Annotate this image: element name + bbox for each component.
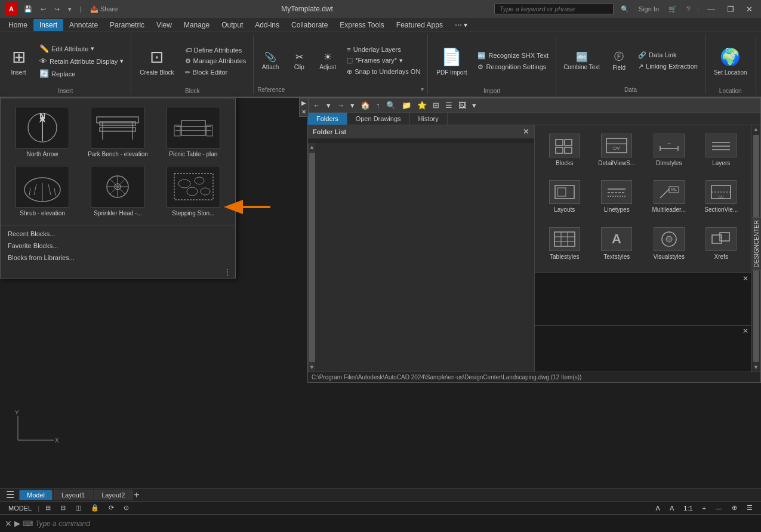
command-input[interactable] [35, 519, 756, 528]
undo-qat-btn[interactable]: ↩ [38, 4, 48, 14]
grid-btn[interactable]: ⊞ [42, 503, 54, 513]
minimize-btn[interactable]: — [704, 4, 719, 15]
dc-more-btn[interactable]: ▾ [470, 100, 479, 111]
menu-output[interactable]: Output [215, 19, 249, 31]
annotation-scale[interactable]: A [652, 503, 664, 513]
dc-left-scrollbar[interactable]: ▲ ▼ [308, 143, 315, 372]
designcenter-side-label[interactable]: DESIGNCENTER [752, 217, 761, 270]
dc-forward-btn[interactable]: → [334, 100, 347, 111]
dc-home-btn[interactable]: 🏠 [358, 100, 372, 111]
block-item-stepping-stones[interactable]: Stepping Ston... [156, 162, 230, 220]
dc-tab-open-drawings[interactable]: Open Drawings [347, 113, 410, 125]
tab-layout1[interactable]: Layout1 [54, 490, 93, 500]
folder-close-btn[interactable]: ✕ [523, 127, 529, 136]
dc-collapse-btn2[interactable]: ✕ [300, 107, 307, 116]
define-attributes-btn[interactable]: 🏷 Define Attributes [181, 45, 250, 55]
dc-icon-visualstyles[interactable]: Visualstyles [644, 224, 694, 268]
dc-tab-folders[interactable]: Folders [308, 113, 347, 125]
qat-dropdown-btn[interactable]: ▾ [66, 4, 74, 14]
otrack-btn[interactable]: ⊙ [120, 503, 133, 513]
scroll-up-btn[interactable]: ▲ [308, 143, 316, 151]
create-block-btn[interactable]: ⊡ Create Block [135, 36, 178, 86]
dc-scroll-down-btn[interactable]: ▼ [752, 363, 760, 372]
zoom-out-btn[interactable]: — [712, 503, 726, 513]
dc-tab-history[interactable]: History [410, 113, 448, 125]
attach-btn[interactable]: 📎 Attach [257, 49, 284, 73]
save-qat-btn[interactable]: 💾 [21, 4, 35, 14]
annotation-visibility[interactable]: A [666, 503, 677, 513]
dc-icon-blocks[interactable]: Blocks [540, 130, 590, 174]
underlay-layers-btn[interactable]: ≡ Underlay Layers [343, 45, 424, 54]
help-btn[interactable]: ? [684, 4, 692, 14]
dc-scroll-up-btn[interactable]: ▲ [752, 125, 760, 134]
tab-layout2[interactable]: Layout2 [94, 490, 133, 500]
toolbar-btn[interactable]: ☰ [743, 503, 756, 513]
menu-annotate[interactable]: Annotate [63, 19, 104, 31]
reference-expand-btn[interactable]: ▾ [421, 86, 424, 92]
linking-extraction-btn[interactable]: ↗ Linking Extraction [634, 61, 701, 72]
recognition-settings-btn[interactable]: ⚙ Recognition Settings [474, 62, 552, 72]
menu-manage[interactable]: Manage [178, 19, 215, 31]
dc-preview-close-btn[interactable]: ✕ [742, 274, 748, 283]
status-model-label[interactable]: MODEL [5, 503, 35, 513]
sign-in-btn[interactable]: Sign In [636, 4, 661, 14]
dc-icon-detailview[interactable]: DV DetailViewS... [592, 130, 642, 174]
menu-parametric[interactable]: Parametric [104, 19, 150, 31]
recognize-shx-btn[interactable]: 🔤 Recognize SHX Text [474, 51, 552, 61]
dc-collapse-btn1[interactable]: ▶ [300, 98, 307, 107]
share-btn[interactable]: 📤 Share [88, 4, 120, 14]
keyword-search[interactable] [494, 4, 614, 14]
dropdown-more-btn[interactable]: ⋮ [1, 266, 235, 278]
block-item-park-bench[interactable]: Park Bench - elevation [81, 103, 155, 161]
cart-btn[interactable]: 🛒 [666, 4, 679, 14]
menu-home[interactable]: Home [2, 19, 33, 31]
insert-button[interactable]: ⊞ Insert [4, 36, 33, 86]
dc-view2-btn[interactable]: ☰ [443, 100, 455, 111]
data-link-btn[interactable]: 🔗 Data Link [634, 50, 701, 60]
hamburger-menu-btn[interactable]: ☰ [2, 489, 18, 500]
block-editor-btn[interactable]: ✏ Block Editor [181, 67, 250, 78]
dc-preview-btn[interactable]: 🖼 [456, 100, 469, 111]
menu-featured[interactable]: Featured Apps [390, 19, 449, 31]
menu-view[interactable]: View [150, 19, 178, 31]
dc-icon-tablestyles[interactable]: Tablestyles [540, 224, 590, 268]
dc-tree-btn[interactable]: 📁 [399, 100, 414, 111]
scale-ratio[interactable]: 1:1 [680, 503, 696, 513]
snap-underlays-btn[interactable]: ⊕ Snap to Underlays ON [343, 67, 424, 77]
set-location-btn[interactable]: 🌍 Set Location [709, 36, 752, 86]
polar-btn[interactable]: 🔒 [87, 503, 103, 513]
menu-express[interactable]: Express Tools [334, 19, 390, 31]
dc-icon-linetypes[interactable]: Linetypes [592, 177, 642, 221]
snap-btn[interactable]: ⊟ [57, 503, 69, 513]
recent-blocks-btn[interactable]: Recent Blocks... [1, 228, 235, 240]
dc-icon-sectionview[interactable]: SV SectionVie... [697, 177, 747, 221]
menu-insert[interactable]: Insert [33, 19, 63, 31]
manage-attributes-btn[interactable]: ⚙ Manage Attributes [181, 56, 250, 66]
favorite-blocks-btn[interactable]: Favorite Blocks... [1, 240, 235, 252]
menu-collaborate[interactable]: Collaborate [285, 19, 334, 31]
combine-text-btn[interactable]: 🔤 Combine Text [560, 49, 603, 73]
dc-tree[interactable]: ▶ 📁Database Connectivity ▼ 📁en-us ▼ 📁Des… [308, 138, 534, 143]
dc-icon-dimstyles[interactable]: ↔ Dimstyles [644, 130, 694, 174]
osnap-btn[interactable]: ⟳ [105, 503, 118, 513]
dc-icon-layers[interactable]: Layers [697, 130, 747, 174]
cmd-close-btn[interactable]: ✕ [5, 519, 12, 528]
search-btn[interactable]: 🔍 [618, 4, 631, 14]
field-btn[interactable]: Ⓕ Field [606, 48, 632, 73]
dc-icon-multileader[interactable]: ML Multileader... [644, 177, 694, 221]
blocks-from-libraries-btn[interactable]: Blocks from Libraries... [1, 252, 235, 264]
tab-add-btn[interactable]: + [134, 490, 139, 500]
block-item-sprinkler[interactable]: Sprinkler Head -... [81, 162, 155, 220]
menu-more[interactable]: ⋯ ▾ [449, 19, 473, 31]
dc-dropdown-btn[interactable]: ▾ [324, 100, 333, 111]
restore-btn[interactable]: ❐ [723, 4, 738, 15]
close-btn[interactable]: ✕ [742, 4, 756, 15]
zoom-in-btn[interactable]: + [699, 503, 710, 513]
dc-up-btn[interactable]: ↑ [374, 100, 383, 111]
adjust-btn[interactable]: ☀ Adjust [315, 49, 341, 73]
ortho-btn[interactable]: ◫ [72, 503, 85, 513]
retain-attribute-btn[interactable]: 👁 Retain Attribute Display▾ [36, 55, 127, 67]
workspace-btn[interactable]: ⊕ [728, 503, 741, 513]
replace-btn[interactable]: 🔄 Replace [36, 68, 127, 79]
dc-icon-textstyles[interactable]: A Textstyles [592, 224, 642, 268]
